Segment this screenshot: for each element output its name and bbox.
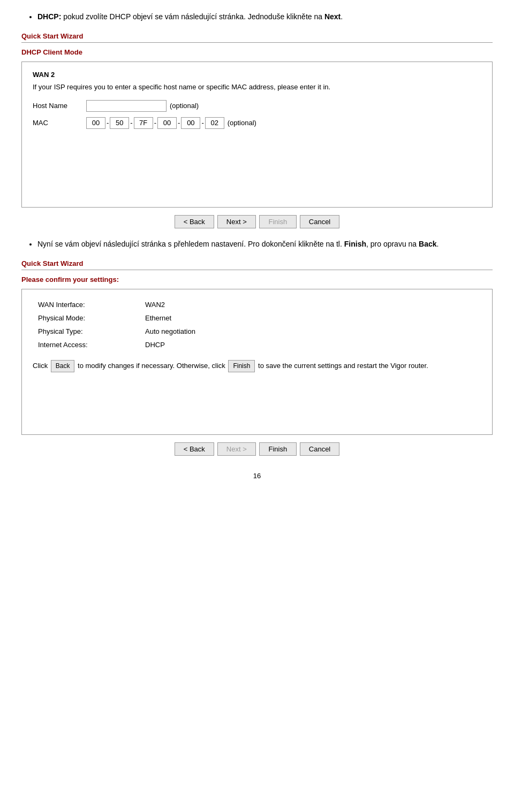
finish-bullet: Nyní se vám objeví následující stránka s… (37, 238, 493, 250)
confirm-note: Click Back to modify changes if necessar… (33, 360, 481, 372)
note-prefix: Click (33, 362, 50, 370)
wizard-2-divider (21, 270, 493, 270)
dhcp-client-mode-title: DHCP Client Mode (21, 48, 493, 56)
wizard-1-spacer (33, 134, 481, 198)
host-name-optional: (optional) (170, 102, 199, 110)
intro-section-2: Nyní se vám objeví následující stránka s… (21, 238, 493, 250)
wizard-2-button-row: < Back Next > Finish Cancel (21, 442, 493, 456)
wizard-2-back-button[interactable]: < Back (175, 442, 214, 456)
intro-section-1: DHCP: pokud zvolíte DHCP objeví se vám n… (21, 11, 493, 22)
internet-access-label: Internet Access: (33, 338, 140, 351)
dhcp-bold: DHCP: (37, 12, 61, 21)
physical-type-label: Physical Type: (33, 325, 140, 338)
confirm-section-title: Please confirm your settings: (21, 275, 493, 284)
wizard-1-container: Quick Start Wizard DHCP Client Mode WAN … (21, 32, 493, 228)
table-row-internet-access: Internet Access: DHCP (33, 338, 481, 351)
physical-mode-label: Physical Mode: (33, 311, 140, 325)
mac-octet-3[interactable] (134, 117, 153, 129)
finish-bold: Finish (344, 240, 366, 248)
wizard-1-cancel-button[interactable]: Cancel (300, 215, 339, 228)
host-name-row: Host Name (optional) (33, 100, 481, 112)
dhcp-text: pokud zvolíte DHCP objeví se vám následu… (61, 12, 324, 21)
confirm-settings-table: WAN Interface: WAN2 Physical Mode: Ether… (33, 298, 481, 351)
wan-interface-value: WAN2 (140, 298, 481, 311)
wizard-1-next-button[interactable]: Next > (217, 215, 256, 228)
host-name-input[interactable] (86, 100, 167, 112)
note-suffix: to save the current settings and restart… (256, 362, 428, 370)
mac-optional: (optional) (228, 119, 256, 127)
wizard-1-box: WAN 2 If your ISP requires you to enter … (21, 62, 493, 208)
physical-mode-value: Ethernet (140, 311, 481, 325)
wizard-2-cancel-button[interactable]: Cancel (300, 442, 339, 456)
mac-row: MAC - - - - - (optional) (33, 117, 481, 129)
wizard-1-button-row: < Back Next > Finish Cancel (21, 215, 493, 228)
note-finish-inline: Finish (228, 360, 255, 372)
mac-label: MAC (33, 119, 86, 127)
wizard-2-title: Quick Start Wizard (21, 259, 493, 267)
mac-group: - - - - - (optional) (86, 117, 256, 129)
physical-type-value: Auto negotiation (140, 325, 481, 338)
wizard-2-spacer (33, 372, 481, 426)
table-row-wan: WAN Interface: WAN2 (33, 298, 481, 311)
wizard-2-container: Quick Start Wizard Please confirm your s… (21, 259, 493, 456)
internet-access-value: DHCP (140, 338, 481, 351)
note-middle: to modify changes if necessary. Otherwis… (75, 362, 227, 370)
next-bold: Next (324, 12, 341, 21)
wan2-title: WAN 2 (33, 71, 481, 79)
wizard-1-finish-button[interactable]: Finish (259, 215, 297, 228)
dhcp-bullet: DHCP: pokud zvolíte DHCP objeví se vám n… (37, 11, 493, 22)
mac-octet-1[interactable] (86, 117, 105, 129)
mac-octet-4[interactable] (157, 117, 177, 129)
wizard-1-divider (21, 42, 493, 43)
wan-interface-label: WAN Interface: (33, 298, 140, 311)
wizard-2-finish-button[interactable]: Finish (259, 442, 297, 456)
mac-octet-6[interactable] (205, 117, 224, 129)
wizard-2-next-button[interactable]: Next > (217, 442, 256, 456)
wizard-1-title: Quick Start Wizard (21, 32, 493, 40)
finish-intro-text: Nyní se vám objeví následující stránka s… (37, 240, 344, 248)
table-row-physical-type: Physical Type: Auto negotiation (33, 325, 481, 338)
note-back-inline: Back (51, 360, 75, 372)
back-bold: Back (419, 240, 436, 248)
finish-end: . (437, 240, 439, 248)
wizard-1-back-button[interactable]: < Back (175, 215, 214, 228)
wan-description: If your ISP requires you to enter a spec… (33, 82, 481, 93)
table-row-physical-mode: Physical Mode: Ethernet (33, 311, 481, 325)
mac-octet-5[interactable] (181, 117, 200, 129)
finish-middle: , pro opravu na (366, 240, 419, 248)
host-name-label: Host Name (33, 102, 86, 110)
page-number: 16 (21, 472, 493, 480)
wizard-2-box: WAN Interface: WAN2 Physical Mode: Ether… (21, 289, 493, 435)
mac-octet-2[interactable] (110, 117, 129, 129)
